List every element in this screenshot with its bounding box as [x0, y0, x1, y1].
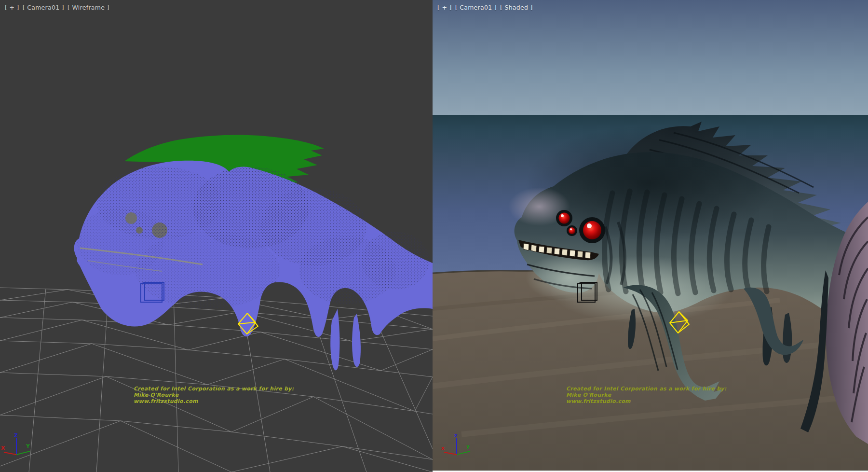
axis-x-label: X: [1, 445, 5, 451]
eye-socket: [136, 227, 143, 234]
eye-socket: [125, 212, 137, 224]
creature-wireframe[interactable]: [74, 135, 433, 371]
axis-z-label: z: [454, 432, 457, 439]
fin-spike: [330, 309, 339, 370]
axis-y-label: Y: [26, 443, 30, 449]
viewport-wireframe[interactable]: [ + ][ Camera01 ][ Wireframe ] Created f…: [0, 0, 433, 472]
viewport-pov-menu[interactable]: [ + ]: [437, 4, 452, 11]
throat-highlight: [526, 253, 612, 302]
credits-text: Created for Intel Corporation as a work …: [566, 386, 727, 404]
axis-y-label: y: [466, 443, 470, 449]
viewport-pov-menu[interactable]: [ + ]: [5, 4, 19, 11]
viewport-shading-menu[interactable]: [ Wireframe ]: [68, 4, 109, 11]
eye-stipple: [152, 222, 167, 238]
viewport-camera-menu[interactable]: [ Camera01 ]: [23, 4, 64, 11]
viewport-label: [ + ][ Camera01 ][ Wireframe ]: [5, 4, 113, 11]
viewport-shading-menu[interactable]: [ Shaded ]: [500, 4, 533, 11]
axis-z-label: Z: [14, 432, 18, 439]
ground-grid: [0, 288, 433, 472]
viewport-camera-menu[interactable]: [ Camera01 ]: [455, 4, 497, 11]
eye-specular: [587, 223, 592, 228]
world-axis-gizmo: z x y: [440, 432, 484, 466]
world-axis-gizmo: Z X Y: [0, 432, 43, 466]
credits-text: Created for Intel Corporation as a work …: [134, 386, 294, 404]
viewport-label: [ + ][ Camera01 ][ Shaded ]: [437, 4, 536, 11]
axis-x-label: x: [441, 445, 445, 451]
dual-viewport-canvas: [ + ][ Camera01 ][ Wireframe ] Created f…: [0, 0, 868, 472]
sky: [433, 0, 868, 115]
viewport-shaded[interactable]: [ + ][ Camera01 ][ Shaded ] Created for …: [433, 0, 868, 472]
